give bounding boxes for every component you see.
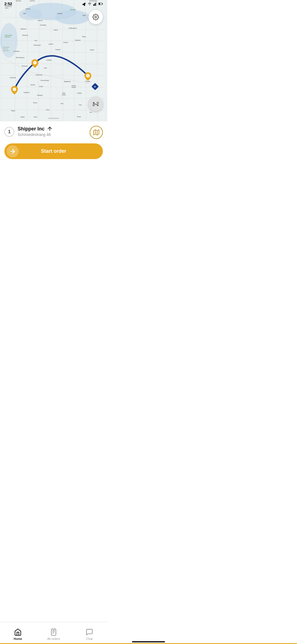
svg-text:Svendborg: Svendborg bbox=[40, 24, 46, 26]
svg-text:Odense: Odense bbox=[37, 20, 42, 21]
map-container: Nationalpark Vadehavet Nationalpark Schl… bbox=[0, 0, 107, 121]
svg-text:Cuxhaven: Cuxhaven bbox=[13, 51, 20, 52]
svg-text:Horsens: Horsens bbox=[26, 8, 31, 10]
settings-button[interactable] bbox=[89, 10, 103, 24]
drag-handle bbox=[48, 118, 59, 119]
svg-text:(Saale): (Saale) bbox=[62, 94, 66, 95]
svg-text:Chen: Chen bbox=[79, 104, 82, 106]
svg-text:Guldborgsund: Guldborgsund bbox=[68, 28, 77, 29]
wifi-icon bbox=[87, 2, 92, 6]
route-icon bbox=[92, 100, 99, 108]
svg-text:Aabenraa: Aabenraa bbox=[21, 28, 26, 30]
svg-text:Lolland: Lolland bbox=[54, 29, 58, 31]
svg-text:Rostock: Rostock bbox=[64, 42, 68, 43]
battery-icon bbox=[98, 2, 103, 6]
svg-text:Göttingen: Göttingen bbox=[37, 95, 43, 96]
svg-text:Paderborn: Paderborn bbox=[24, 92, 30, 93]
signal-icon bbox=[93, 2, 97, 6]
svg-text:Leipzig: Leipzig bbox=[77, 92, 82, 94]
svg-text:Jena: Jena bbox=[61, 103, 64, 104]
svg-text:Hameln: Hameln bbox=[31, 84, 35, 86]
map-icon bbox=[93, 129, 100, 136]
svg-rect-5 bbox=[96, 2, 97, 6]
shipper-name-row: Shipper Inc bbox=[18, 126, 86, 132]
status-icons bbox=[82, 2, 103, 6]
svg-text:Rügen: Rügen bbox=[82, 36, 86, 37]
start-order-button[interactable]: Start order bbox=[4, 143, 103, 159]
svg-text:Potsdam: Potsdam bbox=[85, 81, 90, 82]
shipper-row: 1 Shipper Inc Schmiedestrang 46 bbox=[4, 126, 103, 139]
svg-text:Kiel: Kiel bbox=[35, 40, 37, 41]
svg-text:Gießen: Gießen bbox=[21, 116, 25, 118]
svg-point-102 bbox=[97, 102, 98, 103]
svg-text:Vadehavet: Vadehavet bbox=[4, 36, 11, 38]
start-order-label: Start order bbox=[41, 148, 66, 154]
mute-icon bbox=[82, 2, 86, 6]
arrow-right-icon bbox=[9, 148, 16, 155]
svg-text:Nationalpark: Nationalpark bbox=[3, 47, 10, 48]
svg-text:Stralsund: Stralsund bbox=[75, 40, 81, 41]
svg-text:Halle: Halle bbox=[62, 92, 65, 94]
shipper-info: Shipper Inc Schmiedestrang 46 bbox=[18, 126, 86, 137]
svg-text:Siegen: Siegen bbox=[11, 110, 15, 111]
shipper-name: Shipper Inc bbox=[18, 126, 45, 132]
route-toggle-button[interactable] bbox=[89, 97, 103, 111]
svg-text:3: 3 bbox=[87, 75, 89, 77]
svg-text:Lübeck: Lübeck bbox=[49, 43, 53, 45]
svg-point-101 bbox=[93, 105, 94, 106]
info-panel: 1 Shipper Inc Schmiedestrang 46 bbox=[0, 121, 107, 139]
svg-text:Fulda: Fulda bbox=[34, 116, 37, 118]
stop-number: 1 bbox=[4, 127, 14, 137]
svg-text:Roßlau: Roßlau bbox=[72, 87, 76, 88]
gear-icon bbox=[92, 14, 99, 20]
svg-text:Plauen: Plauen bbox=[77, 116, 81, 118]
svg-text:Braunschweig: Braunschweig bbox=[41, 80, 49, 81]
shipper-address: Schmiedestrang 46 bbox=[18, 132, 86, 137]
svg-text:Schl.-Hol.: Schl.-Hol. bbox=[3, 48, 8, 50]
svg-text:Neubra: Neubra bbox=[90, 49, 94, 51]
svg-rect-7 bbox=[99, 3, 100, 5]
svg-rect-8 bbox=[102, 3, 103, 4]
svg-text:Øresund: Øresund bbox=[70, 9, 75, 10]
svg-text:Neumünster: Neumünster bbox=[34, 45, 41, 46]
svg-text:2: 2 bbox=[34, 62, 35, 64]
svg-rect-4 bbox=[95, 3, 96, 6]
svg-text:esd: esd bbox=[90, 112, 92, 113]
svg-text:Magdeburg: Magdeburg bbox=[64, 81, 71, 82]
status-time: 2:52 bbox=[4, 2, 12, 6]
map-icon-button[interactable] bbox=[90, 126, 103, 139]
svg-text:Nationalpark: Nationalpark bbox=[5, 35, 12, 36]
start-order-arrow bbox=[7, 145, 19, 157]
svg-rect-3 bbox=[94, 4, 95, 6]
svg-text:Goslar: Goslar bbox=[39, 86, 43, 87]
svg-text:1: 1 bbox=[14, 88, 15, 90]
svg-text:Osnabrück: Osnabrück bbox=[10, 77, 16, 78]
svg-text:Celle: Celle bbox=[44, 67, 47, 69]
svg-text:Flensburg: Flensburg bbox=[22, 35, 28, 36]
svg-text:Bremen: Bremen bbox=[22, 65, 28, 67]
svg-text:Kassel: Kassel bbox=[33, 102, 37, 103]
arrow-up-icon bbox=[47, 126, 53, 132]
svg-text:Købe: Købe bbox=[82, 15, 86, 16]
svg-text:Erfurt: Erfurt bbox=[46, 109, 50, 111]
svg-text:Dessau-: Dessau- bbox=[72, 85, 76, 86]
svg-rect-2 bbox=[93, 4, 94, 6]
svg-text:Vejle: Vejle bbox=[23, 13, 26, 14]
svg-text:Lüneburg: Lüneburg bbox=[46, 59, 52, 61]
svg-text:Bremerhaven: Bremerhaven bbox=[16, 57, 24, 58]
svg-text:Schwerin: Schwerin bbox=[55, 49, 61, 50]
svg-text:Wattenmeer: Wattenmeer bbox=[3, 50, 9, 51]
status-bar: 2:52 bbox=[0, 0, 107, 8]
svg-text:Hannover: Hannover bbox=[36, 74, 43, 76]
svg-text:Roskilde: Roskilde bbox=[57, 13, 62, 14]
